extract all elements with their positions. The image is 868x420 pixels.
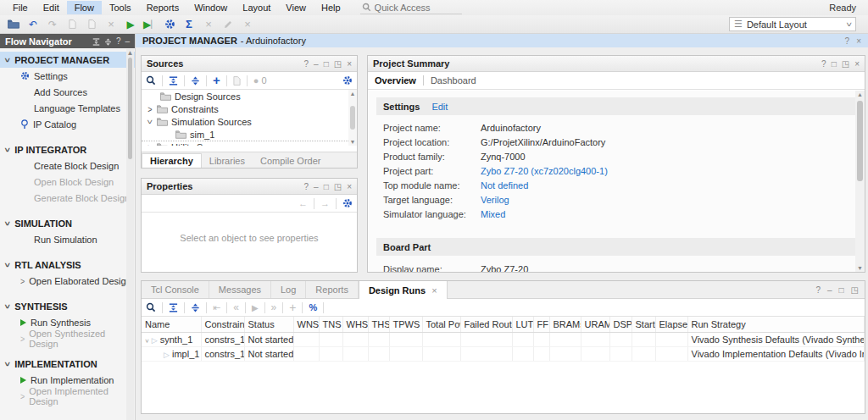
nav-generate-block-design[interactable]: Generate Block Design [0,190,135,206]
minimize-icon[interactable]: – [827,285,832,295]
col-constraints[interactable]: Constraints [201,317,244,332]
quick-access-input[interactable] [375,3,459,13]
nav-create-block-design[interactable]: Create Block Design [0,158,135,174]
tab-reports[interactable]: Reports [306,281,359,298]
navigator-expand-icon[interactable] [104,36,112,46]
menu-edit[interactable]: Edit [36,1,67,14]
maximize-icon[interactable]: □ [324,59,329,69]
scroll-up-icon[interactable]: ▲ [126,49,134,57]
sources-scrollbar[interactable]: ▲ ▼ [348,90,357,146]
float-icon[interactable]: ◳ [334,182,342,191]
close-icon[interactable]: × [856,36,861,46]
tab-dashboard[interactable]: Dashboard [424,75,483,86]
chevron-right-icon[interactable]: > [147,104,153,114]
help-icon[interactable]: ? [815,285,821,295]
gear-icon[interactable] [342,198,353,208]
col-brams[interactable]: BRAMs [549,317,581,332]
missing-sources-icon[interactable]: ● 0 [253,75,267,86]
nav-add-sources[interactable]: Add Sources [0,84,135,100]
edit-pencil-icon[interactable] [220,17,236,32]
nav-implementation[interactable]: > IMPLEMENTATION [0,356,135,372]
float-icon[interactable]: ◳ [842,59,849,69]
sigma-report-icon[interactable]: Σ [181,17,198,32]
project-summary-title-bar[interactable]: Project Summary ? □ ◳ × [368,56,865,72]
expand-all-icon[interactable] [191,76,200,86]
scrollbar-thumb[interactable] [128,58,132,159]
quick-access-search[interactable] [360,2,462,14]
add-sources-icon[interactable]: + [213,76,220,85]
settings-gear-icon[interactable] [161,17,178,32]
redo-icon[interactable]: ↷ [44,17,61,32]
tab-hierarchy[interactable]: Hierarchy [142,153,202,168]
tab-libraries[interactable]: Libraries [202,154,253,168]
menu-layout[interactable]: Layout [235,1,278,14]
percent-progress-icon[interactable]: % [309,302,317,312]
tab-messages[interactable]: Messages [209,281,271,298]
close-icon[interactable]: × [347,59,352,69]
help-icon[interactable]: ? [821,59,826,69]
col-elapsed[interactable]: Elapsed [655,317,687,332]
maximize-icon[interactable]: □ [324,182,329,191]
close-tab-icon[interactable]: × [431,285,437,296]
run-icon[interactable]: ▶ [122,17,139,32]
collapse-all-icon[interactable] [169,303,178,312]
nav-language-templates[interactable]: Language Templates [0,100,135,116]
tab-overview[interactable]: Overview [375,75,423,86]
col-whs[interactable]: WHS [342,317,368,332]
properties-title-bar[interactable]: Properties ? – □ ◳ × [142,179,357,195]
tree-item-utility-sources[interactable]: > Utility Sources [142,141,357,146]
help-icon[interactable]: ? [304,59,309,69]
expand-all-icon[interactable] [191,303,200,312]
table-row-synth-1[interactable]: > ▷ synth_1 constrs_1 Not started Vivado… [142,332,865,346]
menu-help[interactable]: Help [314,1,348,14]
tab-log[interactable]: Log [271,281,306,298]
layout-selector[interactable]: ☰ Default Layout > [729,17,856,31]
tree-item-sim-1[interactable]: sim_1 [142,128,357,141]
maximize-icon[interactable]: □ [839,285,844,295]
simulator-language-link[interactable]: Mixed [481,209,505,219]
nav-run-simulation[interactable]: Run Simulation [0,231,135,247]
tab-design-runs[interactable]: Design Runs × [359,281,448,299]
collapse-all-icon[interactable] [169,76,178,86]
forward-arrow-icon[interactable]: → [320,198,330,208]
nav-simulation[interactable]: > SIMULATION [0,215,135,231]
minimize-icon[interactable]: – [314,59,319,69]
nav-open-implemented-design[interactable]: > Open Implemented Design [0,388,135,404]
help-icon[interactable]: ? [845,36,850,46]
gear-icon[interactable] [342,75,353,86]
cancel-run-icon[interactable]: × [200,17,217,32]
close-icon[interactable]: × [347,182,352,191]
close-icon[interactable]: × [854,59,860,69]
col-total-power[interactable]: Total Power [422,317,460,332]
help-icon[interactable]: ? [304,182,309,191]
navigator-collapse-icon[interactable] [92,36,100,46]
nav-ip-integrator[interactable]: > IP INTEGRATOR [0,141,135,158]
minimize-icon[interactable]: – [314,182,319,191]
create-run-icon[interactable]: + [289,303,296,312]
stop-icon[interactable]: × [239,17,256,32]
run-step-icon[interactable]: ▶▏ [142,17,159,32]
float-icon[interactable]: ◳ [334,59,342,69]
menu-flow[interactable]: Flow [67,1,102,14]
col-tns[interactable]: TNS [319,317,342,332]
chevron-down-icon[interactable]: > [145,119,155,125]
nav-settings[interactable]: Settings [0,68,135,84]
chevron-right-icon[interactable]: > [147,142,153,146]
sidebar-scrollbar[interactable]: ▲ [126,49,134,420]
scroll-down-icon[interactable]: ▼ [350,139,356,145]
col-dsp[interactable]: DSP [609,317,632,332]
nav-project-manager[interactable]: > PROJECT MANAGER [0,52,135,68]
nav-ip-catalog[interactable]: IP Catalog [0,116,135,132]
col-name[interactable]: Name [142,317,201,332]
step-back-icon[interactable]: « [233,301,239,313]
navigator-minimize-icon[interactable]: – [125,36,130,46]
navigator-help-icon[interactable]: ? [116,36,121,46]
menu-reports[interactable]: Reports [139,1,187,14]
project-part-link[interactable]: Zybo Z7-20 (xc7z020clg400-1) [481,166,608,176]
col-ff[interactable]: FF [533,317,549,332]
scroll-down-icon[interactable]: ▼ [857,265,863,271]
delete-icon[interactable]: × [103,17,120,32]
search-icon[interactable] [146,302,156,312]
search-icon[interactable] [146,75,156,86]
back-arrow-icon[interactable]: ← [298,198,308,208]
